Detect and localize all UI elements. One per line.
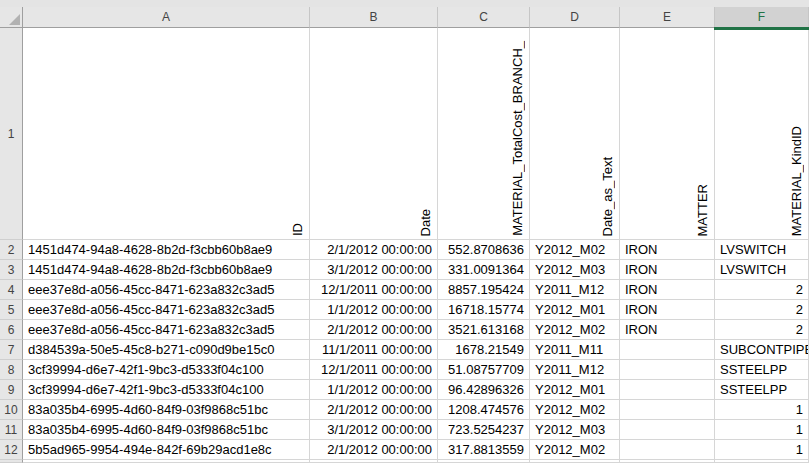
cell-F2[interactable]: LVSWITCH <box>715 240 809 260</box>
cell-C3[interactable]: 331.0091364 <box>438 260 530 280</box>
cell-C9[interactable]: 96.42896326 <box>438 380 530 400</box>
row-header-11[interactable]: 11 <box>0 420 23 440</box>
row-header-10[interactable]: 10 <box>0 400 23 420</box>
cell-E9[interactable] <box>620 380 715 400</box>
cell-B8[interactable]: 12/1/2011 00:00:00 <box>310 360 438 380</box>
cell-E12[interactable] <box>620 440 715 460</box>
cell-E6[interactable]: IRON <box>620 320 715 340</box>
row-header-5[interactable]: 5 <box>0 300 23 320</box>
cell-D5[interactable]: Y2012_M01 <box>530 300 620 320</box>
cell-D8[interactable]: Y2011_M12 <box>530 360 620 380</box>
cell-D12[interactable]: Y2012_M02 <box>530 440 620 460</box>
cell-B4[interactable]: 12/1/2011 00:00:00 <box>310 280 438 300</box>
cell-D2[interactable]: Y2012_M02 <box>530 240 620 260</box>
cell-C1[interactable]: MATERIAL_TotalCost_BRANCH_ <box>438 28 530 240</box>
cell-B2[interactable]: 2/1/2012 00:00:00 <box>310 240 438 260</box>
column-header-C[interactable]: C <box>438 7 530 28</box>
cell-B7[interactable]: 11/1/2011 00:00:00 <box>310 340 438 360</box>
cell-C4[interactable]: 8857.195424 <box>438 280 530 300</box>
cell-B9[interactable]: 1/1/2012 00:00:00 <box>310 380 438 400</box>
cell-F4[interactable]: 2 <box>715 280 809 300</box>
cell-E1[interactable]: MATTER <box>620 28 715 240</box>
field-header-label-D: Date_as_Text <box>600 157 615 237</box>
column-header-D[interactable]: D <box>530 7 620 28</box>
row-header-3[interactable]: 3 <box>0 260 23 280</box>
cell-F7[interactable]: SUBCONTPIPE <box>715 340 809 360</box>
cell-A2[interactable]: 1451d474-94a8-4628-8b2d-f3cbb60b8ae9 <box>23 240 310 260</box>
cell-F12[interactable]: 1 <box>715 440 809 460</box>
cell-B1[interactable]: Date <box>310 28 438 240</box>
cell-A4[interactable]: eee37e8d-a056-45cc-8471-623a832c3ad5 <box>23 280 310 300</box>
cell-E7[interactable] <box>620 340 715 360</box>
cell-C12[interactable]: 317.8813559 <box>438 440 530 460</box>
spreadsheet-grid: ABCDEF1IDDateMATERIAL_TotalCost_BRANCH_D… <box>0 7 809 463</box>
cell-A11[interactable]: 83a035b4-6995-4d60-84f9-03f9868c51bc <box>23 420 310 440</box>
cell-C5[interactable]: 16718.15774 <box>438 300 530 320</box>
cell-A3[interactable]: 1451d474-94a8-4628-8b2d-f3cbb60b8ae9 <box>23 260 310 280</box>
row-header-7[interactable]: 7 <box>0 340 23 360</box>
cell-B3[interactable]: 3/1/2012 00:00:00 <box>310 260 438 280</box>
cell-E11[interactable] <box>620 420 715 440</box>
cell-A8[interactable]: 3cf39994-d6e7-42f1-9bc3-d5333f04c100 <box>23 360 310 380</box>
cell-A10[interactable]: 83a035b4-6995-4d60-84f9-03f9868c51bc <box>23 400 310 420</box>
field-header-label-A: ID <box>290 223 305 236</box>
column-header-E[interactable]: E <box>620 7 715 28</box>
cell-A7[interactable]: d384539a-50e5-45c8-b271-c090d9be15c0 <box>23 340 310 360</box>
column-header-A[interactable]: A <box>23 7 310 28</box>
field-header-label-C: MATERIAL_TotalCost_BRANCH_ <box>510 41 525 236</box>
field-header-label-B: Date <box>418 209 433 236</box>
column-header-F[interactable]: F <box>715 7 809 28</box>
row-header-4[interactable]: 4 <box>0 280 23 300</box>
cell-F3[interactable]: LVSWITCH <box>715 260 809 280</box>
row-header-8[interactable]: 8 <box>0 360 23 380</box>
cell-C2[interactable]: 552.8708636 <box>438 240 530 260</box>
cell-E2[interactable]: IRON <box>620 240 715 260</box>
cell-D4[interactable]: Y2011_M12 <box>530 280 620 300</box>
cell-C7[interactable]: 1678.21549 <box>438 340 530 360</box>
row-header-1[interactable]: 1 <box>0 28 23 240</box>
cell-F6[interactable]: 2 <box>715 320 809 340</box>
cell-C11[interactable]: 723.5254237 <box>438 420 530 440</box>
cell-D1[interactable]: Date_as_Text <box>530 28 620 240</box>
cell-F9[interactable]: SSTEELPP <box>715 380 809 400</box>
row-header-12[interactable]: 12 <box>0 440 23 460</box>
cell-B10[interactable]: 2/1/2012 00:00:00 <box>310 400 438 420</box>
cell-E5[interactable]: IRON <box>620 300 715 320</box>
cell-E8[interactable] <box>620 360 715 380</box>
row-header-2[interactable]: 2 <box>0 240 23 260</box>
cell-A9[interactable]: 3cf39994-d6e7-42f1-9bc3-d5333f04c100 <box>23 380 310 400</box>
cell-E4[interactable]: IRON <box>620 280 715 300</box>
cell-F5[interactable]: 2 <box>715 300 809 320</box>
cell-C8[interactable]: 51.08757709 <box>438 360 530 380</box>
cell-B5[interactable]: 1/1/2012 00:00:00 <box>310 300 438 320</box>
cell-F1[interactable]: MATERIAL_KindID <box>715 28 809 240</box>
window-chrome-strip <box>0 0 809 7</box>
cell-E3[interactable]: IRON <box>620 260 715 280</box>
field-header-label-F: MATERIAL_KindID <box>789 126 804 236</box>
row-header-6[interactable]: 6 <box>0 320 23 340</box>
cell-F11[interactable]: 1 <box>715 420 809 440</box>
cell-B6[interactable]: 2/1/2012 00:00:00 <box>310 320 438 340</box>
cell-A6[interactable]: eee37e8d-a056-45cc-8471-623a832c3ad5 <box>23 320 310 340</box>
column-header-B[interactable]: B <box>310 7 438 28</box>
cell-A5[interactable]: eee37e8d-a056-45cc-8471-623a832c3ad5 <box>23 300 310 320</box>
cell-D6[interactable]: Y2012_M02 <box>530 320 620 340</box>
cell-B11[interactable]: 3/1/2012 00:00:00 <box>310 420 438 440</box>
cell-D10[interactable]: Y2012_M02 <box>530 400 620 420</box>
select-all-button[interactable] <box>0 7 23 28</box>
cell-A1[interactable]: ID <box>23 28 310 240</box>
cell-D7[interactable]: Y2011_M11 <box>530 340 620 360</box>
cell-A12[interactable]: 5b5ad965-9954-494e-842f-69b29acd1e8c <box>23 440 310 460</box>
cell-D3[interactable]: Y2012_M03 <box>530 260 620 280</box>
cell-F8[interactable]: SSTEELPP <box>715 360 809 380</box>
field-header-label-E: MATTER <box>695 184 710 236</box>
select-all-triangle-icon <box>9 14 20 25</box>
cell-D9[interactable]: Y2012_M01 <box>530 380 620 400</box>
row-header-9[interactable]: 9 <box>0 380 23 400</box>
cell-C6[interactable]: 3521.613168 <box>438 320 530 340</box>
cell-E10[interactable] <box>620 400 715 420</box>
cell-D11[interactable]: Y2012_M03 <box>530 420 620 440</box>
cell-C10[interactable]: 1208.474576 <box>438 400 530 420</box>
cell-B12[interactable]: 2/1/2012 00:00:00 <box>310 440 438 460</box>
cell-F10[interactable]: 1 <box>715 400 809 420</box>
